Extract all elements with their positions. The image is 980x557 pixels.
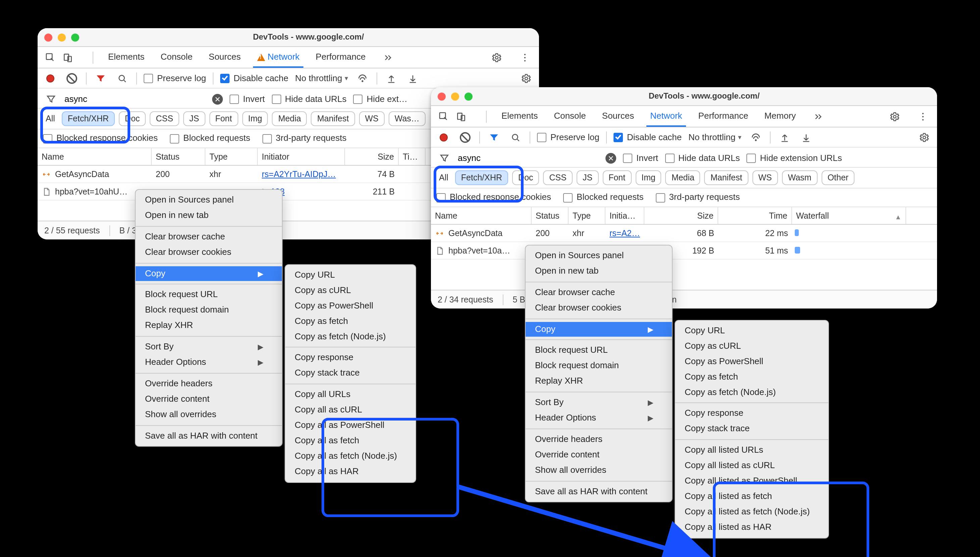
- record-button[interactable]: [43, 71, 58, 86]
- hide-ext-urls-checkbox[interactable]: Hide extension URLs: [747, 153, 842, 164]
- menu-item[interactable]: Copy all as fetch: [285, 433, 416, 449]
- tab-sources[interactable]: Sources: [207, 47, 242, 67]
- context-menu[interactable]: Open in Sources panelOpen in new tabClea…: [135, 189, 283, 447]
- blocked-requests-checkbox[interactable]: Blocked requests: [170, 133, 250, 145]
- menu-item[interactable]: Clear browser cookies: [526, 300, 672, 316]
- menu-item[interactable]: Copy stack trace: [675, 422, 829, 437]
- blocked-cookies-checkbox[interactable]: Blocked response cookies: [436, 192, 551, 204]
- request-row[interactable]: GetAsyncData 200 xhr rs=A2… 68 B 22 ms: [431, 225, 937, 243]
- menu-item[interactable]: Copy stack trace: [285, 366, 416, 381]
- col-time[interactable]: Ti…: [399, 148, 426, 165]
- chip-wasm[interactable]: Was…: [389, 111, 426, 126]
- menu-item[interactable]: Copy response: [675, 406, 829, 422]
- col-status[interactable]: Status: [532, 208, 568, 224]
- col-size[interactable]: Size: [644, 208, 718, 224]
- menu-item[interactable]: Copy all as cURL: [285, 402, 416, 418]
- menu-item[interactable]: Copy all as fetch (Node.js): [285, 449, 416, 464]
- chip-js[interactable]: JS: [183, 111, 205, 126]
- menu-item[interactable]: Copy as fetch: [675, 369, 829, 384]
- settings-gear-icon[interactable]: [887, 109, 902, 124]
- initiator-link[interactable]: rs=A2YrTu-AIDpJ…: [262, 169, 336, 180]
- download-har-icon[interactable]: [799, 130, 813, 145]
- blocked-requests-checkbox[interactable]: Blocked requests: [563, 192, 644, 204]
- chip-manifest[interactable]: Manifest: [704, 170, 748, 186]
- context-menu[interactable]: Open in Sources panelOpen in new tabClea…: [525, 245, 673, 503]
- device-toolbar-icon[interactable]: [60, 50, 75, 65]
- chip-doc[interactable]: Doc: [512, 170, 539, 186]
- chip-js[interactable]: JS: [577, 170, 598, 186]
- menu-item[interactable]: Clear browser cookies: [136, 244, 282, 260]
- chip-css[interactable]: CSS: [150, 111, 179, 126]
- close-dot-icon[interactable]: [44, 33, 52, 41]
- kebab-menu-icon[interactable]: [916, 109, 930, 124]
- menu-item[interactable]: Open in Sources panel: [526, 248, 672, 264]
- chip-other[interactable]: Other: [822, 170, 855, 186]
- menu-item[interactable]: Replay XHR: [136, 318, 282, 333]
- invert-checkbox[interactable]: Invert: [623, 153, 658, 164]
- menu-item[interactable]: Sort By▶: [136, 339, 282, 355]
- traffic-lights[interactable]: [438, 92, 472, 100]
- menu-item[interactable]: Save all as HAR with content: [136, 428, 282, 444]
- menu-item[interactable]: Copy as cURL: [285, 283, 416, 298]
- menu-item[interactable]: Sort By▶: [526, 395, 672, 410]
- menu-item[interactable]: Override headers: [136, 376, 282, 392]
- menu-item[interactable]: Block request domain: [526, 358, 672, 374]
- chip-img[interactable]: Img: [635, 170, 662, 186]
- filter-funnel-icon[interactable]: [487, 130, 501, 145]
- tab-network[interactable]: Network: [649, 107, 683, 126]
- network-settings-gear-icon[interactable]: [917, 130, 932, 145]
- chip-fetch-xhr[interactable]: Fetch/XHR: [62, 111, 115, 126]
- network-conditions-icon[interactable]: [748, 130, 763, 145]
- preserve-log-checkbox[interactable]: Preserve log: [537, 132, 599, 143]
- menu-item[interactable]: Copy as fetch (Node.js): [285, 329, 416, 344]
- chip-all[interactable]: All: [43, 112, 58, 126]
- col-time[interactable]: Time: [718, 208, 792, 224]
- more-tabs-icon[interactable]: [810, 109, 825, 124]
- clear-button[interactable]: [458, 130, 472, 145]
- menu-item[interactable]: Copy as cURL: [675, 339, 829, 354]
- menu-item[interactable]: Copy URL: [285, 268, 416, 283]
- zoom-dot-icon[interactable]: [71, 33, 79, 41]
- menu-item[interactable]: Copy as fetch: [285, 314, 416, 329]
- upload-har-icon[interactable]: [777, 130, 792, 145]
- col-size[interactable]: Size: [345, 148, 399, 165]
- record-button[interactable]: [436, 130, 451, 145]
- menu-item[interactable]: Show all overrides: [136, 407, 282, 422]
- kebab-menu-icon[interactable]: [518, 50, 532, 65]
- tab-console[interactable]: Console: [552, 107, 587, 126]
- upload-har-icon[interactable]: [384, 71, 399, 86]
- network-conditions-icon[interactable]: [355, 71, 369, 86]
- tab-console[interactable]: Console: [159, 47, 194, 67]
- tab-network[interactable]: Network: [255, 47, 301, 67]
- hide-ext-urls-checkbox[interactable]: Hide ext…: [353, 94, 407, 105]
- menu-item[interactable]: Copy URL: [675, 323, 829, 339]
- settings-gear-icon[interactable]: [489, 50, 504, 65]
- copy-submenu[interactable]: Copy URLCopy as cURLCopy as PowerShellCo…: [284, 264, 416, 482]
- menu-item[interactable]: Copy as fetch (Node.js): [675, 384, 829, 400]
- filter-input[interactable]: [60, 92, 201, 107]
- menu-item[interactable]: Clear browser cache: [136, 230, 282, 245]
- throttling-select[interactable]: No throttling▾: [688, 132, 742, 143]
- filter-input[interactable]: [454, 151, 595, 166]
- preserve-log-checkbox[interactable]: Preserve log: [144, 73, 206, 84]
- filter-funnel-icon[interactable]: [93, 71, 108, 86]
- third-party-checkbox[interactable]: 3rd-party requests: [263, 133, 347, 145]
- download-har-icon[interactable]: [405, 71, 420, 86]
- zoom-dot-icon[interactable]: [464, 92, 472, 100]
- menu-item[interactable]: Open in new tab: [526, 264, 672, 279]
- hide-data-urls-checkbox[interactable]: Hide data URLs: [271, 94, 347, 105]
- chip-manifest[interactable]: Manifest: [311, 111, 355, 126]
- menu-item[interactable]: Open in Sources panel: [136, 192, 282, 208]
- col-type[interactable]: Type: [568, 208, 606, 224]
- titlebar[interactable]: DevTools - www.google.com/: [38, 28, 539, 47]
- menu-item[interactable]: Block request URL: [136, 287, 282, 303]
- clear-filter-icon[interactable]: ✕: [212, 94, 223, 104]
- menu-item[interactable]: Copy all listed as cURL: [675, 458, 829, 474]
- minimize-dot-icon[interactable]: [58, 33, 66, 41]
- device-toolbar-icon[interactable]: [454, 109, 469, 124]
- chip-all[interactable]: All: [436, 171, 451, 185]
- throttling-select[interactable]: No throttling▾: [295, 73, 348, 84]
- close-dot-icon[interactable]: [438, 92, 446, 100]
- menu-item[interactable]: Replay XHR: [526, 374, 672, 389]
- chip-fetch-xhr[interactable]: Fetch/XHR: [455, 170, 508, 186]
